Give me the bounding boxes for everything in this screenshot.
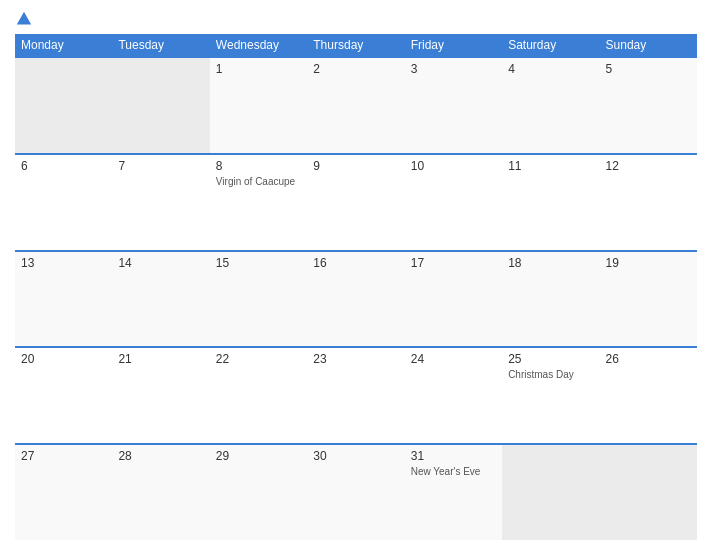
logo-icon (15, 10, 33, 28)
calendar-body: 12345678Virgin of Caacupe910111213141516… (15, 56, 697, 540)
day-cell: 26 (600, 348, 697, 443)
day-cell: 25Christmas Day (502, 348, 599, 443)
week-row-2: 678Virgin of Caacupe9101112 (15, 153, 697, 250)
day-number: 19 (606, 256, 691, 270)
day-number: 5 (606, 62, 691, 76)
day-number: 28 (118, 449, 203, 463)
day-number: 16 (313, 256, 398, 270)
day-number: 7 (118, 159, 203, 173)
week-row-4: 202122232425Christmas Day26 (15, 346, 697, 443)
day-number: 15 (216, 256, 301, 270)
day-number: 1 (216, 62, 301, 76)
day-cell: 14 (112, 252, 209, 347)
day-number: 4 (508, 62, 593, 76)
day-event: Virgin of Caacupe (216, 175, 301, 188)
week-row-1: 12345 (15, 56, 697, 153)
day-cell: 11 (502, 155, 599, 250)
day-event: New Year's Eve (411, 465, 496, 478)
day-number: 31 (411, 449, 496, 463)
svg-marker-0 (17, 12, 31, 25)
day-cell: 6 (15, 155, 112, 250)
day-header-thursday: Thursday (307, 34, 404, 56)
calendar-header: MondayTuesdayWednesdayThursdayFridaySatu… (15, 34, 697, 56)
day-number: 9 (313, 159, 398, 173)
day-cell: 23 (307, 348, 404, 443)
day-cell (600, 445, 697, 540)
day-number: 29 (216, 449, 301, 463)
day-cell: 7 (112, 155, 209, 250)
day-number: 2 (313, 62, 398, 76)
day-number: 20 (21, 352, 106, 366)
day-cell: 12 (600, 155, 697, 250)
day-number: 22 (216, 352, 301, 366)
day-number: 14 (118, 256, 203, 270)
day-cell: 10 (405, 155, 502, 250)
day-cell: 18 (502, 252, 599, 347)
day-event: Christmas Day (508, 368, 593, 381)
day-cell: 24 (405, 348, 502, 443)
week-row-3: 13141516171819 (15, 250, 697, 347)
day-cell: 1 (210, 58, 307, 153)
logo (15, 10, 37, 28)
day-number: 13 (21, 256, 106, 270)
day-number: 18 (508, 256, 593, 270)
day-number: 23 (313, 352, 398, 366)
day-header-saturday: Saturday (502, 34, 599, 56)
day-number: 24 (411, 352, 496, 366)
day-number: 25 (508, 352, 593, 366)
day-cell: 13 (15, 252, 112, 347)
day-cell: 19 (600, 252, 697, 347)
day-number: 6 (21, 159, 106, 173)
calendar: MondayTuesdayWednesdayThursdayFridaySatu… (15, 34, 697, 540)
day-header-sunday: Sunday (600, 34, 697, 56)
day-number: 11 (508, 159, 593, 173)
day-cell: 3 (405, 58, 502, 153)
day-cell: 31New Year's Eve (405, 445, 502, 540)
day-header-monday: Monday (15, 34, 112, 56)
day-number: 26 (606, 352, 691, 366)
day-number: 10 (411, 159, 496, 173)
day-header-wednesday: Wednesday (210, 34, 307, 56)
day-cell: 28 (112, 445, 209, 540)
day-number: 8 (216, 159, 301, 173)
day-cell: 17 (405, 252, 502, 347)
day-cell: 8Virgin of Caacupe (210, 155, 307, 250)
day-number: 21 (118, 352, 203, 366)
day-cell: 9 (307, 155, 404, 250)
day-cell: 21 (112, 348, 209, 443)
day-cell (112, 58, 209, 153)
day-header-friday: Friday (405, 34, 502, 56)
day-cell: 16 (307, 252, 404, 347)
day-cell: 4 (502, 58, 599, 153)
calendar-page: MondayTuesdayWednesdayThursdayFridaySatu… (0, 0, 712, 550)
day-header-tuesday: Tuesday (112, 34, 209, 56)
day-cell: 29 (210, 445, 307, 540)
day-cell (502, 445, 599, 540)
day-number: 30 (313, 449, 398, 463)
day-cell: 5 (600, 58, 697, 153)
day-cell: 30 (307, 445, 404, 540)
day-cell: 15 (210, 252, 307, 347)
day-number: 17 (411, 256, 496, 270)
day-cell: 2 (307, 58, 404, 153)
week-row-5: 2728293031New Year's Eve (15, 443, 697, 540)
day-cell: 22 (210, 348, 307, 443)
day-number: 12 (606, 159, 691, 173)
header (15, 10, 697, 28)
day-cell (15, 58, 112, 153)
day-number: 27 (21, 449, 106, 463)
day-cell: 27 (15, 445, 112, 540)
day-cell: 20 (15, 348, 112, 443)
day-number: 3 (411, 62, 496, 76)
